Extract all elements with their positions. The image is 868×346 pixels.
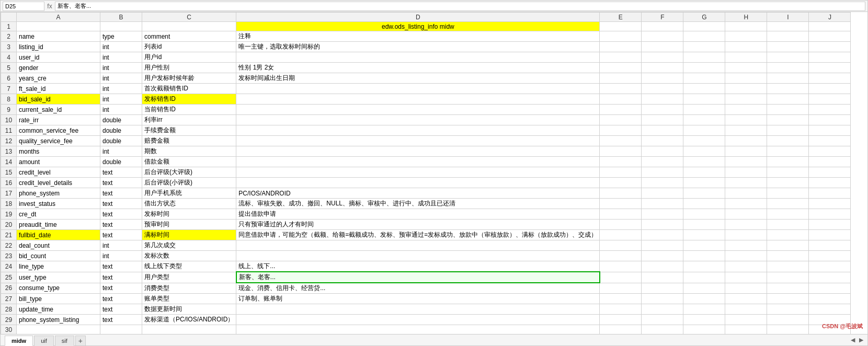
cell[interactable] bbox=[600, 31, 642, 42]
cell[interactable] bbox=[767, 230, 809, 240]
cell[interactable] bbox=[767, 115, 809, 125]
cell[interactable] bbox=[236, 115, 600, 125]
cell[interactable] bbox=[725, 31, 767, 42]
cell[interactable]: 用户id bbox=[142, 52, 236, 63]
cell[interactable] bbox=[600, 251, 642, 261]
cell[interactable] bbox=[767, 136, 809, 146]
cell[interactable]: rate_irr bbox=[17, 115, 100, 125]
col-header-a[interactable]: A bbox=[17, 13, 100, 22]
cell[interactable] bbox=[642, 146, 683, 157]
cell[interactable]: int bbox=[100, 94, 142, 105]
cell[interactable] bbox=[767, 283, 809, 294]
cell-f1[interactable] bbox=[642, 22, 683, 31]
cell[interactable]: 期数 bbox=[142, 146, 236, 157]
cell[interactable] bbox=[683, 167, 725, 178]
col-header-h[interactable]: H bbox=[725, 13, 767, 22]
cell[interactable]: 发标渠道（PC/IOS/ANDROID） bbox=[142, 315, 236, 325]
cell[interactable]: text bbox=[100, 304, 142, 315]
cell[interactable]: text bbox=[100, 220, 142, 230]
cell[interactable] bbox=[725, 325, 767, 335]
col-header-d[interactable]: D bbox=[236, 13, 600, 22]
cell[interactable] bbox=[809, 63, 851, 73]
cell[interactable]: 列表id bbox=[142, 42, 236, 52]
cell[interactable]: 只有预审通过的人才有时间 bbox=[236, 220, 600, 230]
cell[interactable]: 消费类型 bbox=[142, 283, 236, 294]
cell[interactable] bbox=[767, 31, 809, 42]
cell[interactable]: 利率irr bbox=[142, 115, 236, 125]
cell[interactable] bbox=[725, 304, 767, 315]
cell[interactable]: 后台评级(小评级) bbox=[142, 178, 236, 188]
cell[interactable]: bid_sale_id bbox=[17, 94, 100, 105]
cell[interactable] bbox=[767, 199, 809, 209]
cell[interactable]: type bbox=[100, 31, 142, 42]
cell[interactable] bbox=[725, 240, 767, 251]
cell[interactable] bbox=[809, 136, 851, 146]
cell[interactable]: 用户性别 bbox=[142, 63, 236, 73]
cell-d1[interactable]: edw.ods_listing_info midw bbox=[236, 22, 600, 31]
cell[interactable]: phone_system bbox=[17, 188, 100, 199]
cell[interactable]: 手续费金额 bbox=[142, 125, 236, 136]
cell[interactable] bbox=[600, 188, 642, 199]
cell[interactable] bbox=[767, 209, 809, 220]
cell[interactable] bbox=[236, 315, 600, 325]
cell[interactable] bbox=[642, 240, 683, 251]
cell[interactable]: 首次截额销售ID bbox=[142, 84, 236, 94]
cell-c1[interactable] bbox=[142, 22, 236, 31]
cell[interactable] bbox=[600, 220, 642, 230]
cell[interactable] bbox=[809, 84, 851, 94]
cell[interactable] bbox=[683, 199, 725, 209]
cell[interactable]: common_service_fee bbox=[17, 125, 100, 136]
cell[interactable] bbox=[809, 105, 851, 115]
cell[interactable] bbox=[642, 42, 683, 52]
cell[interactable] bbox=[809, 94, 851, 105]
cell[interactable] bbox=[725, 230, 767, 240]
cell[interactable]: 预审时间 bbox=[142, 220, 236, 230]
cell[interactable] bbox=[767, 304, 809, 315]
cell[interactable]: 性别 1男 2女 bbox=[236, 63, 600, 73]
formula-input[interactable] bbox=[55, 2, 865, 11]
cell[interactable] bbox=[767, 84, 809, 94]
cell[interactable]: cre_dt bbox=[17, 209, 100, 220]
cell[interactable]: 线上、线下... bbox=[236, 261, 600, 272]
cell[interactable] bbox=[809, 272, 851, 283]
cell[interactable]: double bbox=[100, 125, 142, 136]
cell[interactable] bbox=[725, 283, 767, 294]
cell[interactable] bbox=[236, 105, 600, 115]
cell[interactable]: invest_status bbox=[17, 199, 100, 209]
cell[interactable] bbox=[725, 42, 767, 52]
cell[interactable] bbox=[683, 115, 725, 125]
cell[interactable] bbox=[767, 125, 809, 136]
cell[interactable] bbox=[236, 146, 600, 157]
cell[interactable] bbox=[725, 84, 767, 94]
cell[interactable] bbox=[642, 178, 683, 188]
cell[interactable] bbox=[725, 105, 767, 115]
cell[interactable]: text bbox=[100, 294, 142, 304]
cell[interactable] bbox=[767, 167, 809, 178]
cell[interactable] bbox=[642, 94, 683, 105]
cell[interactable]: text bbox=[100, 178, 142, 188]
cell[interactable] bbox=[725, 94, 767, 105]
col-header-c[interactable]: C bbox=[142, 13, 236, 22]
cell[interactable] bbox=[600, 178, 642, 188]
cell[interactable]: credit_level_details bbox=[17, 178, 100, 188]
cell[interactable]: 用户发标时候年龄 bbox=[142, 73, 236, 84]
cell-d25-selected[interactable]: 新客、老客... bbox=[236, 272, 600, 283]
cell[interactable] bbox=[683, 105, 725, 115]
cell[interactable] bbox=[683, 283, 725, 294]
add-sheet-button[interactable]: + bbox=[75, 336, 86, 346]
cell[interactable] bbox=[683, 209, 725, 220]
cell[interactable] bbox=[767, 146, 809, 157]
cell[interactable] bbox=[642, 31, 683, 42]
cell[interactable] bbox=[683, 84, 725, 94]
cell[interactable]: quality_service_fee bbox=[17, 136, 100, 146]
cell[interactable]: user_id bbox=[17, 52, 100, 63]
cell[interactable] bbox=[642, 283, 683, 294]
cell[interactable]: PC/IOS/ANDROID bbox=[236, 188, 600, 199]
cell[interactable]: double bbox=[100, 157, 142, 167]
cell[interactable] bbox=[683, 146, 725, 157]
cell[interactable] bbox=[600, 261, 642, 272]
nav-right-icon[interactable]: ▶ bbox=[859, 337, 863, 343]
col-header-i[interactable]: I bbox=[767, 13, 809, 22]
cell[interactable] bbox=[642, 188, 683, 199]
cell[interactable] bbox=[767, 73, 809, 84]
